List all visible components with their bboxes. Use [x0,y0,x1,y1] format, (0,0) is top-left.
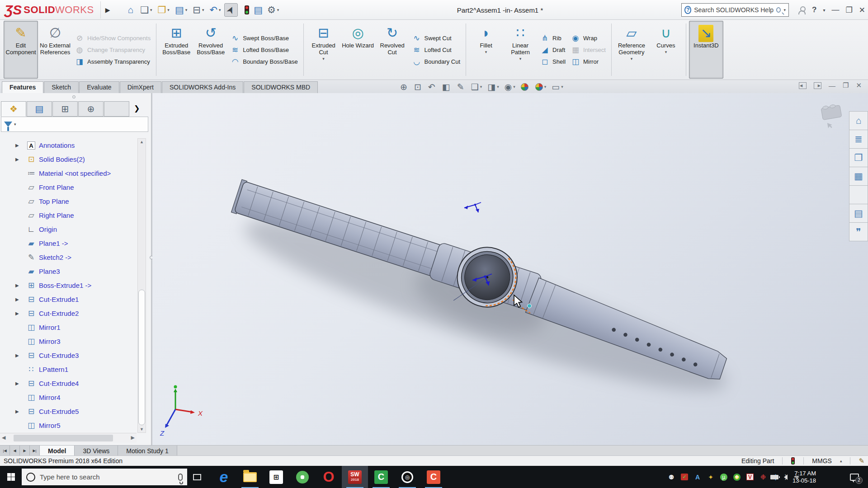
lofted-cut-item[interactable]: ≋ Lofted Cut [412,45,461,55]
doc-close-button[interactable]: ✕ [856,81,862,89]
tree-item-origin[interactable]: ∟ Origin [0,222,136,236]
dimxpertmanager-tab[interactable]: ⊕ [78,101,104,117]
command-tab[interactable]: DimXpert [120,81,161,94]
tree-item-mirror3[interactable]: ◫ Mirror3 [0,334,136,348]
intersect-item[interactable]: ▦ Intersect [571,45,606,55]
assembly-transparency-item[interactable]: ◨ Assembly Transparency [75,57,151,66]
prev-tab-button[interactable]: ◀ [10,446,20,455]
start-button[interactable] [0,466,22,488]
lofted-boss-base-item[interactable]: ≋ Lofted Boss/Base [231,45,297,55]
user-account-icon[interactable] [798,6,806,14]
tree-item-lpattern1[interactable]: ∷ LPattern1 [0,362,136,376]
swept-boss-base-item[interactable]: ∿ Swept Boss/Base [231,33,297,43]
revolved-cut-button[interactable]: ↻ Revolved Cut [375,21,410,79]
linear-pattern-button[interactable]: ∷ Linear Pattern ▾ [503,21,538,79]
panel-collapse-handle[interactable] [72,95,75,99]
expand-arrow-icon[interactable]: ▶ [15,157,25,162]
tree-item-mirror1[interactable]: ◫ Mirror1 [0,320,136,334]
options-list-button[interactable]: ▤ [251,3,265,17]
taskbar-clock[interactable]: 7:17 AM 13-05-18 [793,470,816,484]
document-tab[interactable]: 3D Views [75,446,118,455]
edit-component-button[interactable]: ✎ Edit Component [4,21,38,79]
tree-item-cut-extrude3[interactable]: ▶ ⊟ Cut-Extrude3 [0,348,136,362]
updater-icon[interactable]: ✚ [733,474,741,481]
close-button[interactable]: ✕ [859,5,865,15]
tree-item-mirror5[interactable]: ◫ Mirror5 [0,418,136,432]
expand-arrow-icon[interactable]: ▶ [15,311,25,316]
edge-app[interactable]: e [211,466,237,488]
tree-item-material[interactable]: ≔ Material <not specified> [0,166,136,180]
next-tab-button[interactable]: ▶ [20,446,30,455]
options-button[interactable]: ⚙ ▾ [265,3,281,17]
tree-item-cut-extrude5[interactable]: ▶ ⊟ Cut-Extrude5 [0,404,136,418]
tree-item-sketch2[interactable]: ✎ Sketch2 -> [0,250,136,264]
solidworks-app[interactable]: SW2018 [342,466,368,488]
file-explorer-app[interactable] [237,466,263,488]
tree-item-solid-bodies[interactable]: ▶ ⊡ Solid Bodies(2) [0,152,136,166]
fillet-button[interactable]: ◗ Fillet ▾ [469,21,503,79]
change-transparency-item[interactable]: ◍ Change Transparency [75,45,151,55]
expand-right-pane-icon[interactable]: ▶ [814,82,821,89]
hide-show-components-item[interactable]: ⊘ Hide/Show Components [75,33,151,43]
shell-item[interactable]: ◻ Shell [540,57,566,66]
last-tab-button[interactable]: ▶| [30,446,40,455]
scrollbar-thumb[interactable] [14,435,113,441]
doc-minimize-button[interactable]: — [829,82,835,89]
tree-item-plane1[interactable]: ▰ Plane1 -> [0,236,136,250]
command-tab[interactable]: SOLIDWORKS Add-Ins [162,81,243,94]
opera-app[interactable]: O [316,466,342,488]
tree-item-boss-extrude1[interactable]: ▶ ⊞ Boss-Extrude1 -> [0,278,136,292]
expand-arrow-icon[interactable]: ▶ [15,381,25,386]
help-caret-icon[interactable]: ▾ [823,8,825,13]
search-caret-icon[interactable]: ▾ [783,8,786,12]
dropdown-caret-icon[interactable]: ▾ [167,8,170,12]
home-button[interactable]: ⌂ [125,3,137,17]
tree-horizontal-scrollbar[interactable]: ◀ ▶ [0,433,137,443]
dropdown-caret-icon[interactable]: ▾ [277,8,279,12]
microphone-icon[interactable] [178,474,183,481]
restore-button[interactable]: ❐ [846,5,853,15]
panel-grip[interactable] [0,93,149,100]
command-tab[interactable]: Features [2,81,43,94]
menu-expander-arrow[interactable]: ▶ [101,6,115,14]
people-icon[interactable]: ⚉ [668,474,675,481]
tree-item-annotations[interactable]: ▶ A Annotations [0,138,136,152]
command-tab[interactable]: Evaluate [79,81,119,94]
camtasia-app[interactable]: C [368,466,394,488]
tree-vertical-scrollbar[interactable]: ▲ ▼ [137,138,146,433]
command-tab[interactable]: SOLIDWORKS MBD [244,81,318,94]
tree-item-cut-extrude1[interactable]: ▶ ⊟ Cut-Extrude1 [0,292,136,306]
dropdown-caret-icon[interactable]: ▾ [150,8,152,12]
configurationmanager-tab[interactable]: ⊞ [52,101,78,117]
scrollbar-thumb[interactable] [138,290,145,425]
boundary-boss-base-item[interactable]: ◠ Boundary Boss/Base [231,57,297,66]
open-button[interactable]: ❐ ▾ [156,3,172,17]
save-button[interactable]: ▤ ▾ [173,3,189,17]
expand-arrow-icon[interactable]: ▶ [15,409,25,414]
hole-wizard-button[interactable]: ◎ Hole Wizard [341,21,375,79]
select-button[interactable]: ➤ [224,3,238,17]
curves-button[interactable]: ∪ Curves ▾ [649,21,683,79]
scroll-down-icon[interactable]: ▼ [138,427,146,432]
extruded-boss-base-button[interactable]: ⊞ Extruded Boss/Base [159,21,193,79]
document-tab[interactable]: Motion Study 1 [118,446,177,455]
tree-item-right-plane[interactable]: ▱ Right Plane [0,208,136,222]
tag-icon[interactable]: ✎ [859,457,864,465]
taskbar-search-box[interactable]: Type here to search [22,469,187,485]
action-center-button[interactable]: 2 [850,474,859,481]
battery-icon[interactable] [770,475,778,479]
sketch-point[interactable] [528,304,532,308]
expand-arrow-icon[interactable]: ▶ [15,353,25,358]
tree-item-top-plane[interactable]: ▱ Top Plane [0,194,136,208]
filter-caret-icon[interactable]: ▾ [14,122,16,127]
search-icon[interactable] [776,7,781,13]
graphics-viewport[interactable]: X Z ⌂ ≣ ❐ [152,93,868,445]
draft-item[interactable]: ◢ Draft [540,45,566,55]
mirror-item[interactable]: ◫ Mirror [571,57,606,66]
new-document-button[interactable]: ❏ ▾ [138,3,154,17]
solidworks-status-icon[interactable]: ✓ [681,474,688,480]
first-tab-button[interactable]: |◀ [0,446,10,455]
wrap-item[interactable]: ◉ Wrap [571,33,606,43]
tree-item-front-plane[interactable]: ▱ Front Plane [0,180,136,194]
instant3d-button[interactable]: ↘ Instant3D [689,21,723,79]
